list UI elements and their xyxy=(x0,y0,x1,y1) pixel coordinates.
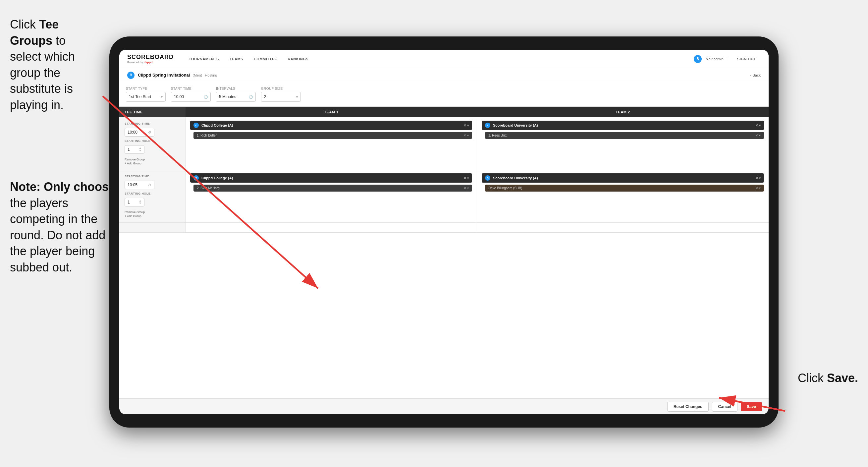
nav-rankings[interactable]: RANKINGS xyxy=(283,55,313,63)
start-time-clock-icon: 🕐 xyxy=(204,95,208,99)
team1-tag-2[interactable]: C Clippd College (A) ✕ ▾ xyxy=(190,173,472,183)
tee-time-actions-2: Remove Group + Add Group xyxy=(125,210,180,218)
player2-close-1[interactable]: ✕ ▾ xyxy=(755,134,761,137)
starting-hole-label-1: STARTING HOLE: xyxy=(125,139,180,143)
sub-header: B Clippd Spring Invitational (Men) Hosti… xyxy=(119,68,769,82)
footer-bar: Reset Changes Cancel Save xyxy=(119,399,769,414)
start-type-label: Start Type xyxy=(126,87,166,90)
player1-close-1[interactable]: ✕ ▾ xyxy=(464,134,469,137)
annotation-note-text: the playerscompeting in theround. Do not… xyxy=(10,196,105,274)
starting-time-label-2: STARTING TIME: xyxy=(125,175,180,178)
team1-name-1: Clippd College (A) xyxy=(202,123,233,127)
start-type-arrow: ▾ xyxy=(161,95,163,99)
annotation-save-bold: Save. xyxy=(827,371,858,385)
nav-teams[interactable]: TEAMS xyxy=(225,55,248,63)
partial-row xyxy=(119,223,769,233)
add-group-btn-1[interactable]: + Add Group xyxy=(125,162,180,165)
player2-name-1: 1. Rees Britt xyxy=(488,134,506,137)
user-name: blair admin xyxy=(706,57,723,61)
tablet-device: SCOREBOARD Powered by clippd TOURNAMENTS… xyxy=(109,36,779,428)
sign-out-link[interactable]: Sign out xyxy=(733,55,761,63)
partial-team2-cell xyxy=(477,223,769,232)
group-size-label: Group Size xyxy=(261,87,301,90)
time-input-2[interactable]: 10:05 ⏱ xyxy=(125,181,154,189)
hole-arrows-1: ▲▼ xyxy=(139,147,142,152)
team1-close-1[interactable]: ✕ ▾ xyxy=(464,124,469,127)
sub-player-tag-2[interactable]: Dave Billingham (SUB) ✕ ▾ xyxy=(485,185,764,192)
th-tee-time: Tee Time xyxy=(119,107,186,117)
nav-links: TOURNAMENTS TEAMS COMMITTEE RANKINGS xyxy=(184,55,694,63)
clock-icon-2: ⏱ xyxy=(148,183,151,187)
avatar: B xyxy=(694,55,702,63)
brand-name: SCOREBOARD xyxy=(127,54,174,61)
player2-tag-1[interactable]: 1. Rees Britt ✕ ▾ xyxy=(485,132,764,139)
team2-tag-1[interactable]: S Scoreboard University (A) ✕ ▾ xyxy=(482,121,764,130)
player1-close-2[interactable]: ✕ ▾ xyxy=(464,186,469,190)
tee-group-row: STARTING TIME: 10:00 ⏱ STARTING HOLE: 1 … xyxy=(119,117,769,170)
team2-close-2[interactable]: ✕ ▾ xyxy=(755,176,761,180)
starting-hole-label-2: STARTING HOLE: xyxy=(125,192,180,195)
separator: | xyxy=(727,57,728,61)
navbar: SCOREBOARD Powered by clippd TOURNAMENTS… xyxy=(119,50,769,68)
cancel-button[interactable]: Cancel xyxy=(712,402,738,412)
player1-name-1: 1. Rich Butler xyxy=(197,134,217,137)
start-time-label: Start Time xyxy=(171,87,211,90)
partial-team1-cell xyxy=(186,223,477,232)
team1-icon-1: C xyxy=(193,123,199,128)
team2-cell-1: S Scoreboard University (A) ✕ ▾ 1. Rees … xyxy=(477,117,769,170)
nav-committee[interactable]: COMMITTEE xyxy=(249,55,282,63)
start-type-input[interactable]: 1st Tee Start ▾ xyxy=(126,92,166,102)
tee-group-row-2: STARTING TIME: 10:05 ⏱ STARTING HOLE: 1 … xyxy=(119,170,769,223)
th-team2: Team 2 xyxy=(477,107,769,117)
team2-close-1[interactable]: ✕ ▾ xyxy=(755,124,761,127)
hosting-label: Hosting xyxy=(205,73,217,77)
team1-cell-1: C Clippd College (A) ✕ ▾ 1. Rich Butler … xyxy=(186,117,477,170)
group-size-input[interactable]: 2 ▾ xyxy=(261,92,301,102)
intervals-input[interactable]: 5 Minutes 🕐 xyxy=(216,92,256,102)
start-type-field: Start Type 1st Tee Start ▾ xyxy=(126,87,166,102)
hole-arrows-2: ▲▼ xyxy=(139,200,142,205)
group-size-arrow: ▾ xyxy=(296,95,298,99)
team2-cell-2: S Scoreboard University (A) ✕ ▾ Dave Bil… xyxy=(477,170,769,223)
annotation-top-left: Click Tee Groups to select which group t… xyxy=(0,10,106,120)
event-name: Clippd Spring Invitational xyxy=(138,72,190,78)
player1-tag-2[interactable]: 2. Blair McHarg ✕ ▾ xyxy=(193,185,472,192)
breadcrumb-icon: B xyxy=(127,71,134,79)
starting-time-label-1: STARTING TIME: xyxy=(125,122,180,125)
gender-badge: (Men) xyxy=(192,73,202,77)
team1-tag-1[interactable]: C Clippd College (A) ✕ ▾ xyxy=(190,121,472,130)
add-group-btn-2[interactable]: + Add Group xyxy=(125,214,180,218)
player1-name-2: 2. Blair McHarg xyxy=(197,186,220,190)
hole-input-1[interactable]: 1 ▲▼ xyxy=(125,145,145,154)
sub-player-close-2[interactable]: ✕ ▾ xyxy=(755,186,761,190)
team2-name-2: Scoreboard University (A) xyxy=(493,176,538,180)
annotation-bottom-left: Note: Only choose the playerscompeting i… xyxy=(0,172,126,282)
team2-tag-2[interactable]: S Scoreboard University (A) ✕ ▾ xyxy=(482,173,764,183)
annotation-line1: Click Tee Groups to select which group t… xyxy=(10,18,75,112)
remove-group-btn-1[interactable]: Remove Group xyxy=(125,158,180,161)
save-button[interactable]: Save xyxy=(741,402,762,411)
settings-row: Start Type 1st Tee Start ▾ Start Time 10… xyxy=(119,82,769,107)
reset-changes-button[interactable]: Reset Changes xyxy=(667,402,709,412)
annotation-bold-tee-groups: Tee Groups xyxy=(10,18,59,48)
hole-input-2[interactable]: 1 ▲▼ xyxy=(125,198,145,206)
team1-cell-2: C Clippd College (A) ✕ ▾ 2. Blair McHarg… xyxy=(186,170,477,223)
team1-close-2[interactable]: ✕ ▾ xyxy=(464,176,469,180)
remove-group-btn-2[interactable]: Remove Group xyxy=(125,210,180,214)
team2-icon-1: S xyxy=(485,123,490,128)
nav-right: B blair admin | Sign out xyxy=(694,55,761,63)
nav-tournaments[interactable]: TOURNAMENTS xyxy=(184,55,224,63)
th-team1: Team 1 xyxy=(186,107,477,117)
back-button[interactable]: ‹ Back xyxy=(750,73,761,77)
tee-time-actions-1: Remove Group + Add Group xyxy=(125,158,180,165)
time-input-1[interactable]: 10:00 ⏱ xyxy=(125,128,154,137)
intervals-label: Intervals xyxy=(216,87,256,90)
start-time-field: Start Time 10:00 🕐 xyxy=(171,87,211,102)
tee-time-cell-2: STARTING TIME: 10:05 ⏱ STARTING HOLE: 1 … xyxy=(119,170,186,223)
player1-tag-1[interactable]: 1. Rich Butler ✕ ▾ xyxy=(193,132,472,139)
clock-icon-1: ⏱ xyxy=(148,130,151,134)
tablet-screen: SCOREBOARD Powered by clippd TOURNAMENTS… xyxy=(119,50,769,414)
sub-player-name-2: Dave Billingham (SUB) xyxy=(488,186,522,190)
start-time-input[interactable]: 10:00 🕐 xyxy=(171,92,211,102)
partial-tee-cell xyxy=(119,223,186,232)
